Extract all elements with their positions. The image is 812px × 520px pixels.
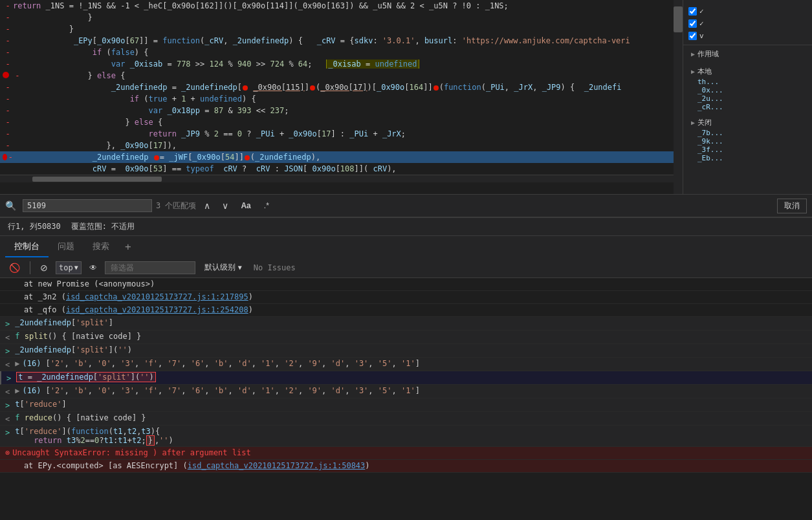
source-link[interactable]: isd_captcha_v20210125173727.js:1:254208 xyxy=(66,305,248,314)
checkbox-item[interactable]: ✓ xyxy=(683,17,812,30)
search-next-button[interactable]: ∨ xyxy=(218,199,232,213)
code-line: - return _JP9 % 2 == 0 ? _PUi + _0x90o[1… xyxy=(0,128,674,140)
console-stack-line: at _3n2 (isd_captcha_v20210125173727.js:… xyxy=(0,291,812,304)
console-output-line: < f reduce() { [native code] } xyxy=(0,412,812,426)
local-item: th... xyxy=(697,78,807,86)
console-output-line: < ▶ (16) ['2', 'b', '0', '3', 'f', '7', … xyxy=(0,358,812,371)
expand-icon[interactable]: ▶ xyxy=(15,359,19,368)
console-toolbar: 🚫 ⊘ top ▼ 👁 默认级别 ▼ No Issues xyxy=(0,257,812,278)
expand-icon[interactable]: ▶ xyxy=(15,386,19,395)
clear-icon: 🚫 xyxy=(9,263,20,273)
scope-header[interactable]: ▶ 作用域 xyxy=(688,48,807,60)
code-line: - _EPy[_0x90o[67]] = function(_cRV, _2un… xyxy=(0,35,674,47)
horizontal-scrollbar[interactable] xyxy=(0,175,683,182)
tab-search[interactable]: 搜索 xyxy=(83,237,118,257)
console-highlighted-input: > t = _2undefinedp['split']('') xyxy=(0,371,812,385)
code-line: - return _1NS = !_1NS && -1 < _heC[_0x90… xyxy=(0,0,674,12)
code-line: - } xyxy=(0,23,674,35)
no-errors-button[interactable]: ⊘ xyxy=(36,261,52,275)
search-prev-button[interactable]: ∧ xyxy=(200,199,214,213)
chevron-down-icon: ▼ xyxy=(238,264,242,271)
search-cancel-button[interactable]: 取消 xyxy=(777,199,807,213)
console-output[interactable]: at new Promise (<anonymous>) at _3n2 (is… xyxy=(0,278,812,520)
eye-icon: 👁 xyxy=(89,263,97,272)
code-line: - } else { xyxy=(0,70,674,81)
eye-button[interactable]: 👁 xyxy=(85,261,101,274)
vertical-scrollbar[interactable] xyxy=(674,0,683,194)
search-match-count: 3 个匹配项 xyxy=(156,200,196,211)
code-line: - var _0xisab = 778 >> 124 % 940 >> 724 … xyxy=(0,58,674,70)
editor-area: - return _1NS = !_1NS && -1 < _heC[_0x90… xyxy=(0,0,812,194)
local-item: _0x... xyxy=(697,86,807,94)
close-section: ▶ 关闭 _7b... _9k... _3f... _Eb... xyxy=(683,114,812,165)
no-errors-icon: ⊘ xyxy=(40,263,48,273)
close-header[interactable]: ▶ 关闭 xyxy=(688,116,807,129)
local-header[interactable]: ▶ 本地 xyxy=(688,65,807,78)
chevron-down-icon: ▼ xyxy=(74,264,78,271)
level-selector[interactable]: 默认级别 ▼ xyxy=(204,262,242,273)
console-error-line: ⊗ Uncaught SyntaxError: missing ) after … xyxy=(0,447,812,460)
close-item: _7b... xyxy=(697,129,807,137)
close-item: _Eb... xyxy=(697,154,807,162)
console-stack-line: at new Promise (<anonymous>) xyxy=(0,278,812,291)
console-input-line: > t['reduce'](function(t1,t2,t3){ return… xyxy=(0,426,812,447)
console-tabs: 控制台 问题 搜索 + xyxy=(0,235,812,257)
scope-section: ▶ 作用域 xyxy=(683,45,812,63)
code-editor[interactable]: - return _1NS = !_1NS && -1 < _heC[_0x90… xyxy=(0,0,683,194)
close-label: 关闭 xyxy=(697,118,712,127)
close-item: _3f... xyxy=(697,146,807,154)
local-item: _2u... xyxy=(697,94,807,103)
console-stack-line: at _qfo (isd_captcha_v20210125173727.js:… xyxy=(0,304,812,317)
local-label: 本地 xyxy=(697,67,712,76)
close-item: _9k... xyxy=(697,137,807,146)
local-section: ▶ 本地 th... _0x... _2u... _cR... xyxy=(683,63,812,114)
code-line-highlighted: - _2undefinedp = _jWF[_0x90o[54]](_2unde… xyxy=(0,151,674,163)
search-bar: 🔍 3 个匹配项 ∧ ∨ Aa .* 取消 xyxy=(0,194,812,217)
checkbox-item[interactable]: v xyxy=(683,30,812,42)
code-line: - }, _0x90o[17]), xyxy=(0,140,674,151)
console-error-stack: at EPy.<computed> [as AESEncrypt] (isd_c… xyxy=(0,460,812,473)
code-line: - var _0x18pp = 87 & 393 << 237; xyxy=(0,105,674,116)
code-line: - if (false) { xyxy=(0,47,674,58)
console-input-line: > _2undefinedp['split'] xyxy=(0,317,812,330)
search-icon: 🔍 xyxy=(5,200,16,211)
console-output-line: < ▶ (16) ['2', 'b', '0', '3', 'f', '7', … xyxy=(0,385,812,398)
right-panel: ✓ ✓ v ▶ 作用域 ▶ 本地 th... _0x... xyxy=(683,0,812,194)
tab-issues[interactable]: 问题 xyxy=(49,237,83,257)
code-line: cRV = 0x90o[53] == typeof cRV ? cRV : JS… xyxy=(0,163,674,175)
tab-add[interactable]: + xyxy=(118,237,138,257)
local-item: _cR... xyxy=(697,103,807,111)
code-line: - } else { xyxy=(0,116,674,128)
no-issues-label: No Issues xyxy=(254,263,296,272)
console-output-line: < f split() { [native code] } xyxy=(0,330,812,344)
use-regex-button[interactable]: .* xyxy=(259,199,274,212)
tab-console[interactable]: 控制台 xyxy=(5,237,49,257)
source-link[interactable]: isd_captcha_v20210125173727.js:1:50843 xyxy=(188,461,366,470)
context-selector[interactable]: top ▼ xyxy=(56,261,82,274)
scope-label: 作用域 xyxy=(697,49,719,59)
checkbox-item[interactable]: ✓ xyxy=(683,5,812,17)
filter-input[interactable] xyxy=(105,261,195,274)
code-line: - } xyxy=(0,12,674,23)
source-link[interactable]: isd_captcha_v20210125173727.js:1:217895 xyxy=(66,292,248,301)
context-label: top xyxy=(59,263,73,272)
match-case-button[interactable]: Aa xyxy=(236,199,255,212)
error-icon: ⊗ xyxy=(5,448,10,457)
coverage-status: 覆盖范围: 不适用 xyxy=(71,221,135,232)
status-bar: 行1, 列50830 覆盖范围: 不适用 xyxy=(0,217,812,235)
code-line: - if (true + 1 + undefined) { xyxy=(0,93,674,105)
search-input[interactable] xyxy=(27,201,105,210)
level-label: 默认级别 xyxy=(204,262,236,273)
code-line: - _2undefinedp = _2undefinedp[ _0x90o[11… xyxy=(0,81,674,93)
clear-console-button[interactable]: 🚫 xyxy=(5,261,24,275)
console-input-line: > t['reduce'] xyxy=(0,398,812,412)
cursor-position: 行1, 列50830 xyxy=(8,221,61,232)
search-input-wrapper xyxy=(23,199,152,212)
console-input-line: > _2undefinedp['split']('') xyxy=(0,344,812,358)
